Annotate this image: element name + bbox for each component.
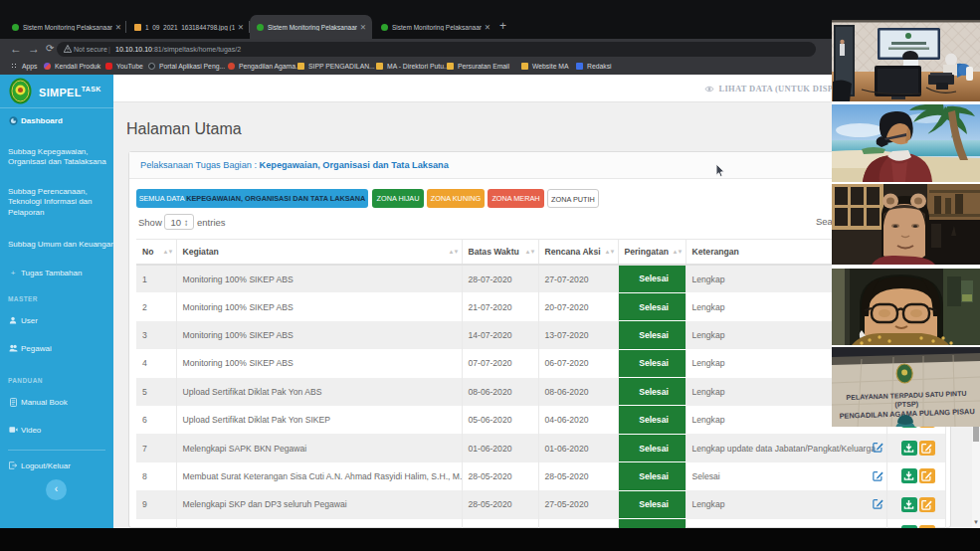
svg-text:(PTSP): (PTSP)	[894, 399, 918, 409]
